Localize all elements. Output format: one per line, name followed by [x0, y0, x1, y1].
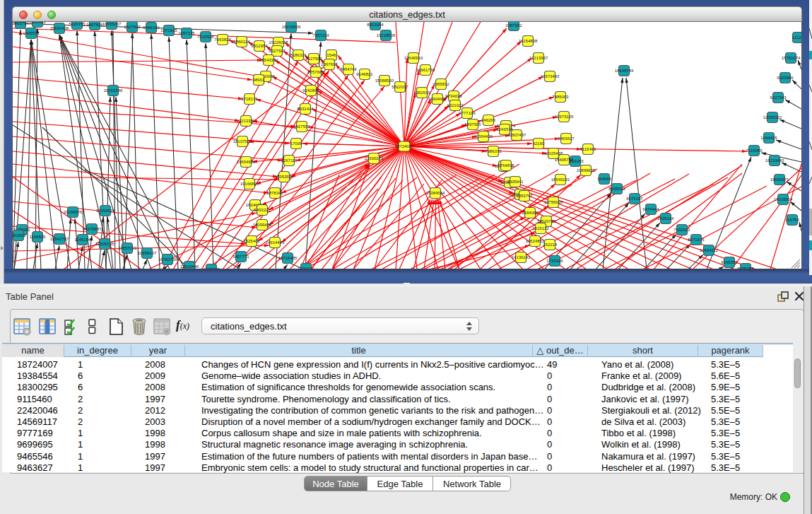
- svg-text:12973125: 12973125: [555, 115, 574, 119]
- svg-text:164095: 164095: [597, 177, 612, 181]
- svg-text:19218506: 19218506: [377, 33, 396, 37]
- svg-text:8186323: 8186323: [290, 53, 307, 57]
- svg-text:12213967: 12213967: [529, 56, 548, 60]
- svg-text:9463627: 9463627: [558, 136, 575, 141]
- svg-text:20053346: 20053346: [104, 88, 123, 93]
- svg-text:7955812: 7955812: [433, 82, 449, 86]
- svg-text:0265423: 0265423: [29, 22, 46, 24]
- svg-text:19654985: 19654985: [237, 160, 256, 164]
- svg-text:9146821: 9146821: [356, 72, 373, 76]
- svg-text:9474444: 9474444: [642, 207, 659, 211]
- svg-text:8813054: 8813054: [367, 23, 384, 27]
- svg-text:2718170: 2718170: [241, 97, 258, 101]
- svg-text:23300273: 23300273: [365, 156, 384, 160]
- svg-text:62160: 62160: [533, 141, 545, 146]
- svg-text:1733426: 1733426: [546, 259, 563, 263]
- svg-text:6679197: 6679197: [626, 197, 643, 201]
- svg-text:9245052: 9245052: [721, 260, 738, 264]
- svg-text:1362615: 1362615: [413, 90, 430, 95]
- svg-text:3953767: 3953767: [516, 194, 533, 198]
- svg-text:17359924: 17359924: [96, 209, 115, 213]
- svg-text:10543362: 10543362: [259, 58, 278, 62]
- svg-text:6466160: 6466160: [143, 25, 160, 30]
- svg-text:98901: 98901: [253, 78, 265, 82]
- svg-text:9777109: 9777109: [459, 111, 476, 115]
- svg-text:1849593: 1849593: [203, 267, 220, 269]
- svg-text:20206576: 20206576: [64, 210, 83, 214]
- svg-text:3912954: 3912954: [251, 44, 268, 48]
- svg-text:1615132: 1615132: [532, 226, 549, 230]
- svg-text:7632621: 7632621: [673, 228, 690, 232]
- svg-text:116753: 116753: [785, 218, 799, 222]
- svg-text:17006: 17006: [290, 141, 302, 146]
- svg-text:7625402: 7625402: [243, 239, 260, 243]
- svg-text:1405572: 1405572: [23, 31, 40, 35]
- svg-text:8938913: 8938913: [608, 187, 625, 191]
- svg-text:23226058: 23226058: [269, 40, 288, 45]
- svg-text:16961758: 16961758: [416, 68, 435, 72]
- svg-text:5116155: 5116155: [69, 22, 86, 26]
- svg-text:15692971: 15692971: [770, 177, 789, 182]
- svg-text:9227343: 9227343: [770, 95, 787, 100]
- svg-text:19384554: 19384554: [426, 191, 445, 195]
- svg-text:19904437: 19904437: [428, 97, 447, 101]
- svg-text:17857223: 17857223: [118, 246, 137, 250]
- svg-text:1071915: 1071915: [160, 28, 177, 33]
- svg-text:12213382: 12213382: [237, 119, 256, 123]
- svg-text:93975887: 93975887: [83, 227, 102, 231]
- svg-text:1244415: 1244415: [760, 136, 777, 140]
- svg-text:8757685: 8757685: [307, 70, 324, 74]
- svg-text:15751074: 15751074: [782, 56, 801, 60]
- svg-text:9407816: 9407816: [86, 23, 103, 27]
- svg-text:8454749: 8454749: [340, 67, 357, 71]
- svg-text:16648784: 16648784: [615, 69, 634, 73]
- svg-text:19166825: 19166825: [240, 182, 259, 186]
- svg-text:2764835: 2764835: [498, 163, 514, 168]
- svg-text:9127503: 9127503: [305, 57, 322, 61]
- svg-text:10654112: 10654112: [700, 248, 719, 252]
- svg-text:6243574: 6243574: [496, 127, 513, 132]
- svg-text:7485003: 7485003: [552, 95, 569, 99]
- svg-text:1527602: 1527602: [124, 25, 141, 29]
- svg-text:16549231: 16549231: [551, 177, 570, 182]
- svg-text:1546: 1546: [326, 53, 336, 57]
- svg-text:18353594: 18353594: [275, 175, 294, 179]
- svg-text:15495758: 15495758: [555, 158, 574, 162]
- svg-text:16154808: 16154808: [519, 39, 538, 43]
- svg-text:9734028: 9734028: [445, 94, 462, 98]
- svg-text:9242848: 9242848: [302, 88, 319, 93]
- svg-text:9857771: 9857771: [233, 255, 249, 259]
- svg-text:14914479: 14914479: [266, 240, 285, 245]
- svg-text:14136141: 14136141: [512, 255, 531, 259]
- svg-text:8471676: 8471676: [688, 238, 705, 242]
- svg-text:7663822: 7663822: [214, 37, 231, 42]
- svg-text:8860124: 8860124: [233, 40, 250, 44]
- svg-text:252214: 252214: [543, 243, 558, 247]
- svg-text:10807487: 10807487: [507, 133, 526, 137]
- svg-text:9184067: 9184067: [522, 211, 539, 215]
- svg-text:5822017: 5822017: [392, 85, 408, 89]
- svg-text:15588520: 15588520: [375, 78, 394, 83]
- svg-text:9115460: 9115460: [580, 147, 597, 151]
- svg-text:17016504: 17016504: [774, 197, 793, 201]
- svg-text:1145194: 1145194: [75, 238, 92, 242]
- svg-text:3215955: 3215955: [746, 148, 763, 153]
- svg-text:7515526: 7515526: [197, 35, 214, 39]
- svg-text:16099489: 16099489: [253, 223, 272, 227]
- svg-text:10958107: 10958107: [138, 251, 157, 255]
- svg-text:1034131: 1034131: [298, 267, 314, 269]
- svg-text:10899605: 10899605: [577, 168, 596, 173]
- svg-text:10655267: 10655267: [102, 22, 122, 26]
- svg-text:18107552: 18107552: [233, 139, 252, 144]
- svg-text:12093322: 12093322: [763, 115, 782, 119]
- svg-text:12505135: 12505135: [95, 242, 114, 246]
- svg-text:9327503: 9327503: [269, 49, 286, 53]
- svg-text:5493222: 5493222: [254, 208, 271, 212]
- svg-text:746266: 746266: [481, 118, 496, 122]
- svg-text:8031414: 8031414: [297, 107, 314, 111]
- svg-text:391591: 391591: [13, 233, 26, 238]
- svg-text:9329966: 9329966: [777, 76, 794, 80]
- svg-text:2087682: 2087682: [505, 23, 522, 28]
- svg-text:1621022: 1621022: [447, 103, 464, 107]
- svg-text:7357224: 7357224: [312, 33, 329, 37]
